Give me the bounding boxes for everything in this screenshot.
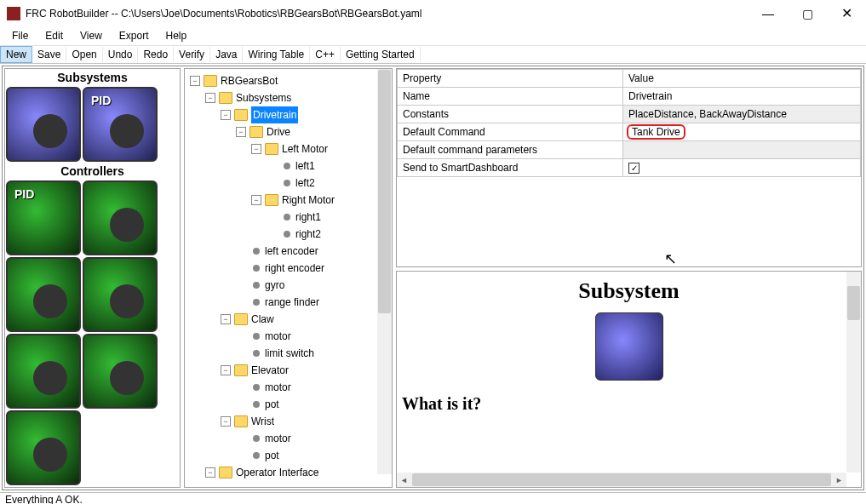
tree-label: limit switch (265, 345, 314, 362)
tree-node[interactable]: right2 (186, 226, 390, 243)
palette-controller-item[interactable] (83, 180, 158, 255)
palette-pid-controller[interactable]: PID (6, 180, 81, 255)
tree-label: Elevator (251, 362, 289, 379)
tree-label: pot (265, 447, 279, 464)
tree-node[interactable]: motor (186, 430, 390, 447)
tree-node[interactable]: −Left Motor (186, 140, 390, 158)
palette-controller-item[interactable] (83, 257, 158, 332)
prop-key: Constants (398, 106, 623, 123)
tree-expander[interactable]: − (221, 416, 231, 427)
toolbar-verify[interactable]: Verify (174, 47, 210, 62)
leaf-icon (253, 248, 260, 255)
menu-help[interactable]: Help (158, 28, 196, 43)
tree-node[interactable]: −Drive (186, 123, 390, 140)
toolbar-redo[interactable]: Redo (138, 47, 174, 62)
folder-icon (249, 126, 263, 138)
prop-value[interactable]: Tank Drive (623, 123, 861, 141)
palette-controller-item[interactable] (6, 410, 81, 485)
toolbar-new[interactable]: New (0, 46, 32, 63)
prop-key: Default command parameters (398, 141, 623, 159)
tree-node[interactable]: −Subsystems (186, 89, 390, 106)
tree-node[interactable]: −Drivetrain (186, 106, 390, 123)
prop-value[interactable]: ✓ (623, 159, 861, 177)
tree-expander[interactable]: − (190, 76, 200, 86)
prop-header-property[interactable]: Property (398, 70, 623, 88)
tree-node[interactable]: motor (186, 379, 390, 396)
tree-expander[interactable]: − (221, 365, 231, 375)
prop-key: Send to SmartDashboard (398, 159, 623, 177)
tree-expander[interactable]: − (251, 195, 261, 205)
prop-header-value[interactable]: Value (623, 70, 861, 88)
menu-edit[interactable]: Edit (37, 28, 72, 43)
doc-section: What is it? (397, 387, 861, 414)
menu-view[interactable]: View (72, 28, 111, 43)
prop-value[interactable]: PlaceDistance, BackAwayDistance (623, 106, 861, 123)
menu-export[interactable]: Export (111, 28, 158, 43)
palette-pid-subsystem[interactable]: PID (83, 87, 158, 162)
tree-node[interactable]: range finder (186, 294, 390, 311)
toolbar-getting-started[interactable]: Getting Started (341, 47, 421, 62)
toolbar-undo[interactable]: Undo (103, 47, 139, 62)
tree-node[interactable]: limit switch (186, 345, 390, 362)
tree-node[interactable]: −RBGearsBot (186, 72, 390, 89)
tree-node[interactable]: −Wrist (186, 413, 390, 430)
tree-expander[interactable]: − (221, 110, 231, 120)
subsystem-icon (595, 312, 663, 381)
scroll-left-icon[interactable]: ◄ (397, 476, 411, 484)
tree-node[interactable]: left2 (186, 175, 390, 192)
tree-node[interactable]: left1 (186, 158, 390, 175)
palette-subsystem[interactable] (6, 87, 81, 162)
folder-icon (204, 75, 217, 87)
minimize-button[interactable]: — (748, 0, 788, 26)
property-table: Property Value NameDrivetrainConstantsPl… (396, 68, 862, 267)
tree-expander[interactable]: − (251, 144, 261, 154)
folder-icon (219, 92, 232, 104)
toolbar-wiring[interactable]: Wiring Table (243, 47, 310, 62)
doc-scrollbar-horizontal[interactable]: ◄ ► (397, 472, 846, 487)
tree-node[interactable]: gyro (186, 277, 390, 294)
tree-label: Drive (267, 123, 290, 140)
tree-scrollbar-vertical[interactable] (377, 69, 392, 474)
tree-label: pot (265, 396, 279, 413)
toolbar-cpp[interactable]: C++ (310, 47, 341, 62)
palette-controller-item[interactable] (6, 334, 81, 409)
palette-controller-item[interactable] (83, 334, 158, 409)
palette-controller-item[interactable] (6, 257, 81, 332)
leaf-icon (253, 384, 260, 391)
tree-node[interactable]: motor (186, 328, 390, 345)
tree-node[interactable]: −Operator Interface (186, 464, 390, 481)
close-button[interactable]: ✕ (827, 0, 866, 26)
tree-node[interactable]: pot (186, 396, 390, 413)
tree-expander[interactable]: − (205, 467, 215, 478)
doc-scrollbar-vertical[interactable] (846, 272, 861, 472)
tree-node[interactable]: right1 (186, 209, 390, 226)
leaf-icon (284, 163, 290, 169)
tree-expander[interactable]: − (205, 93, 215, 103)
toolbar-open[interactable]: Open (66, 47, 102, 62)
maximize-button[interactable]: ▢ (788, 0, 827, 26)
checkbox-icon[interactable]: ✓ (628, 163, 639, 174)
tree-node[interactable]: −Right Motor (186, 192, 390, 209)
palette-pane: Subsystems PID Controllers PID (4, 68, 181, 488)
tree-node[interactable]: pot (186, 447, 390, 464)
tree-label: Drivetrain (251, 106, 298, 123)
scroll-right-icon[interactable]: ► (832, 476, 846, 484)
prop-row: NameDrivetrain (398, 88, 861, 106)
tree-expander[interactable]: − (236, 127, 246, 137)
tree-node[interactable]: −Claw (186, 311, 390, 328)
prop-value[interactable] (623, 141, 861, 159)
tree-expander[interactable]: − (221, 314, 231, 324)
folder-icon (234, 415, 248, 427)
toolbar-java[interactable]: Java (210, 47, 243, 62)
palette-section-subsystems: Subsystems (5, 69, 180, 86)
leaf-icon (253, 401, 260, 408)
tree-node[interactable]: left encoder (186, 243, 390, 260)
tree-label: Left Motor (282, 140, 328, 158)
prop-value[interactable]: Drivetrain (623, 88, 861, 106)
tree-label: right2 (295, 226, 321, 243)
menu-file[interactable]: File (3, 28, 37, 43)
tree-node[interactable]: right encoder (186, 260, 390, 277)
tree-node[interactable]: −Elevator (186, 362, 390, 379)
toolbar-save[interactable]: Save (32, 47, 66, 62)
folder-icon (265, 194, 278, 206)
